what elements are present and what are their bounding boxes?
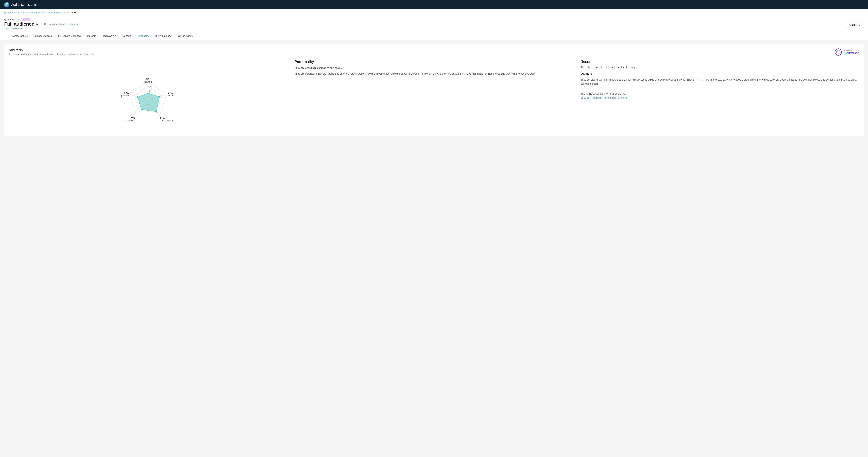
conscientious-label: Conscientious [160,119,173,122]
grid-label-75: 75% [149,85,152,87]
radar-point-open [159,96,160,98]
affinity-badge: Affinity [21,18,30,21]
ibm-watson-logo: Powered by IBMWatson [834,48,859,56]
radar-point-conscientious [155,111,157,113]
breadcrumb-current: Personality [66,11,78,14]
tab-interests[interactable]: Interests [84,32,99,40]
tab-socioeconomics[interactable]: Socioeconomics [31,32,55,40]
personality-title: Personality [294,60,573,64]
neurotic-value: 37% [146,78,150,80]
personality-text-1: They are analytical, expressive and soci… [294,66,573,70]
actions-chevron-icon: ⌄ [859,23,861,26]
grid-label-60: 60% [149,90,152,92]
navigation-tabs: Demographics Socioeconomics Influencers … [4,32,864,40]
audience-title-chevron[interactable]: ⌄ [36,22,38,26]
radar-chart-container: .grid-line { stroke: #ccc; stroke-width:… [9,60,287,131]
radar-point-extraverted [141,109,142,111]
footer-note: This is the description for "Full audien… [581,92,859,100]
extraverted-value: 58% [131,117,135,120]
powered-by-label: Powered by [844,50,859,52]
tab-buying-mindset[interactable]: Buying mindset [152,32,175,40]
radar-point-neurotic [147,93,149,94]
svg-point-0 [6,3,8,6]
actions-button[interactable]: Actions ⌄ [846,22,864,28]
radar-chart: .grid-line { stroke: #ccc; stroke-width:… [118,63,179,128]
breadcrumb-item-full-audience[interactable]: Full audience [49,11,62,14]
breadcrumb-separator-1: › [21,11,22,14]
needs-values-section: Needs Their choices are driven by a desi… [581,60,859,103]
svg-marker-15 [137,93,159,112]
breadcrumb-item-audience-breakdown[interactable]: Audience breakdown [23,11,45,14]
audience-title[interactable]: Full audience ⌄ [4,21,38,27]
personality-text-2: They are persistent: they can tackle and… [294,72,573,76]
breadcrumb: @AudienseCo › Audience breakdown › Full … [0,9,868,16]
read-more-link[interactable]: Read more [83,53,94,55]
breadcrumb-item-account[interactable]: @AudienseCo [4,11,20,14]
svg-point-2 [836,50,840,54]
agreeable-label: Agreeable [119,94,129,97]
tab-content[interactable]: Content [120,32,134,40]
open-label: Open [168,94,173,97]
tab-personality[interactable]: Personality [134,32,152,40]
tab-demographics[interactable]: Demographics [9,32,31,40]
app-logo [4,2,9,7]
conscientious-value: 72% [160,117,165,120]
values-title: Values [581,72,859,76]
tab-online-habits[interactable]: Online habits [175,32,196,40]
watson-logo-icon [834,48,842,56]
tab-media-affinity[interactable]: Media affinity [99,32,119,40]
account-bar: @AudienseCo Affinity Full audience ⌄ Com… [0,16,868,40]
account-handle: @AudienseCo [4,18,20,21]
watson-text: Watson [849,52,859,55]
personality-section: Personality They are analytical, express… [294,60,573,78]
summary-card: Summary This describes the personality c… [4,44,864,136]
open-value: 62% [168,92,173,95]
agreeable-value: 57% [124,92,129,95]
needs-text: Their choices are driven by a desire for… [581,65,859,69]
section-divider [581,89,859,89]
global-general-link[interactable]: View the description for "Global - Gener… [581,96,628,99]
values-text: They consider both helping others and ac… [581,78,859,86]
compared-to-value[interactable]: Global - General ⌄ [59,23,79,25]
summary-header: Summary This describes the personality c… [9,48,859,56]
ibm-text: IBM [844,52,849,55]
needs-title: Needs [581,60,859,64]
svg-line-4 [840,49,841,50]
content-grid: .grid-line { stroke: #ccc; stroke-width:… [9,60,859,131]
tab-influencers-brands[interactable]: Influencers & brands [55,32,83,40]
radar-point-agreeable [137,96,138,98]
app-header: Audiense Insights [0,0,868,9]
summary-title: Summary [9,48,94,52]
breadcrumb-separator-2: › [46,11,47,14]
account-info: @AudienseCo Affinity Full audience ⌄ Com… [4,18,79,32]
breadcrumb-separator-3: › [64,11,64,14]
summary-description: This describes the personality character… [9,53,94,55]
app-title: Audiense Insights [11,3,37,7]
neurotic-label: Neurotic [144,81,152,83]
extraverted-label: Extraverted [125,119,135,122]
members-count: 184 678 members [4,27,79,30]
main-content: Summary This describes the personality c… [0,40,868,140]
compared-to-label: Compared to: Global - General ⌄ [44,23,79,25]
svg-point-1 [835,49,842,55]
